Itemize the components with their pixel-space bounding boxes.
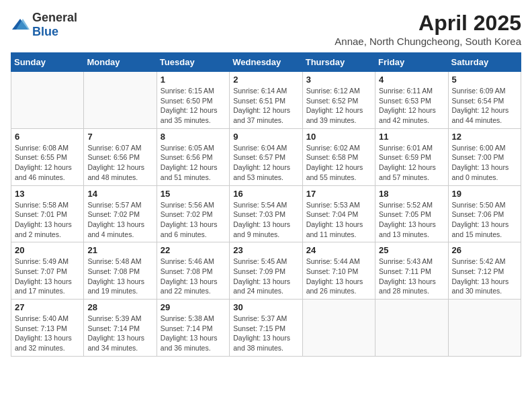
- day-info: Sunrise: 5:54 AMSunset: 7:03 PMDaylight:…: [233, 200, 298, 240]
- calendar-cell: 22Sunrise: 5:46 AMSunset: 7:08 PMDayligh…: [157, 242, 229, 300]
- day-number: 19: [452, 189, 517, 199]
- weekday-header-row: SundayMondayTuesdayWednesdayThursdayFrid…: [11, 53, 521, 72]
- calendar-cell: 5Sunrise: 6:09 AMSunset: 6:54 PMDaylight…: [448, 72, 521, 129]
- day-info: Sunrise: 5:58 AMSunset: 7:01 PMDaylight:…: [15, 200, 80, 240]
- calendar-week-row: 6Sunrise: 6:08 AMSunset: 6:55 PMDaylight…: [11, 128, 521, 185]
- day-number: 5: [452, 75, 517, 85]
- calendar-cell: 2Sunrise: 6:14 AMSunset: 6:51 PMDaylight…: [230, 72, 302, 129]
- calendar-cell: [84, 72, 157, 129]
- weekday-header-thursday: Thursday: [302, 53, 375, 72]
- day-info: Sunrise: 5:39 AMSunset: 7:14 PMDaylight:…: [87, 314, 152, 353]
- day-info: Sunrise: 5:49 AMSunset: 7:07 PMDaylight:…: [15, 257, 80, 296]
- day-number: 9: [233, 132, 298, 142]
- calendar-cell: 24Sunrise: 5:44 AMSunset: 7:10 PMDayligh…: [302, 242, 375, 300]
- weekday-header-monday: Monday: [84, 53, 157, 72]
- weekday-header-saturday: Saturday: [448, 53, 521, 72]
- day-number: 20: [15, 245, 80, 255]
- day-number: 25: [379, 245, 444, 255]
- day-info: Sunrise: 5:53 AMSunset: 7:04 PMDaylight:…: [306, 200, 371, 240]
- calendar-cell: 20Sunrise: 5:49 AMSunset: 7:07 PMDayligh…: [11, 242, 84, 300]
- logo-text: General Blue: [32, 11, 77, 39]
- day-info: Sunrise: 5:44 AMSunset: 7:10 PMDaylight:…: [306, 257, 371, 296]
- weekday-header-wednesday: Wednesday: [230, 53, 302, 72]
- day-info: Sunrise: 6:01 AMSunset: 6:59 PMDaylight:…: [379, 143, 444, 183]
- calendar-cell: 27Sunrise: 5:40 AMSunset: 7:13 PMDayligh…: [11, 300, 84, 357]
- day-number: 12: [452, 132, 517, 142]
- calendar-cell: 28Sunrise: 5:39 AMSunset: 7:14 PMDayligh…: [84, 300, 157, 357]
- weekday-header-sunday: Sunday: [11, 53, 84, 72]
- day-info: Sunrise: 5:40 AMSunset: 7:13 PMDaylight:…: [15, 314, 80, 353]
- day-info: Sunrise: 6:05 AMSunset: 6:56 PMDaylight:…: [161, 143, 226, 183]
- calendar-week-row: 1Sunrise: 6:15 AMSunset: 6:50 PMDaylight…: [11, 72, 521, 129]
- day-number: 2: [233, 75, 298, 85]
- calendar-cell: 26Sunrise: 5:42 AMSunset: 7:12 PMDayligh…: [448, 242, 521, 300]
- calendar-cell: 13Sunrise: 5:58 AMSunset: 7:01 PMDayligh…: [11, 185, 84, 242]
- calendar-cell: 4Sunrise: 6:11 AMSunset: 6:53 PMDaylight…: [375, 72, 448, 129]
- calendar-cell: 10Sunrise: 6:02 AMSunset: 6:58 PMDayligh…: [302, 128, 375, 185]
- calendar-cell: 21Sunrise: 5:48 AMSunset: 7:08 PMDayligh…: [84, 242, 157, 300]
- day-info: Sunrise: 6:12 AMSunset: 6:52 PMDaylight:…: [306, 86, 371, 126]
- calendar-cell: 18Sunrise: 5:52 AMSunset: 7:05 PMDayligh…: [375, 185, 448, 242]
- day-number: 4: [379, 75, 444, 85]
- calendar-cell: 1Sunrise: 6:15 AMSunset: 6:50 PMDaylight…: [157, 72, 229, 129]
- page-header: General Blue April 2025 Annae, North Chu…: [11, 11, 521, 47]
- day-number: 16: [233, 189, 298, 199]
- calendar-cell: 30Sunrise: 5:37 AMSunset: 7:15 PMDayligh…: [230, 300, 302, 357]
- calendar-cell: 15Sunrise: 5:56 AMSunset: 7:02 PMDayligh…: [157, 185, 229, 242]
- day-number: 6: [15, 132, 80, 142]
- calendar-week-row: 27Sunrise: 5:40 AMSunset: 7:13 PMDayligh…: [11, 300, 521, 357]
- calendar-cell: 25Sunrise: 5:43 AMSunset: 7:11 PMDayligh…: [375, 242, 448, 300]
- day-info: Sunrise: 5:42 AMSunset: 7:12 PMDaylight:…: [452, 257, 517, 296]
- calendar-cell: 14Sunrise: 5:57 AMSunset: 7:02 PMDayligh…: [84, 185, 157, 242]
- day-number: 11: [379, 132, 444, 142]
- day-info: Sunrise: 6:04 AMSunset: 6:57 PMDaylight:…: [233, 143, 298, 183]
- day-number: 3: [306, 75, 371, 85]
- day-info: Sunrise: 6:09 AMSunset: 6:54 PMDaylight:…: [452, 86, 517, 126]
- day-info: Sunrise: 5:48 AMSunset: 7:08 PMDaylight:…: [87, 257, 152, 296]
- day-info: Sunrise: 5:43 AMSunset: 7:11 PMDaylight:…: [379, 257, 444, 296]
- day-number: 26: [452, 245, 517, 255]
- logo-general: General: [32, 11, 77, 24]
- day-number: 7: [87, 132, 152, 142]
- calendar-cell: [302, 300, 375, 357]
- calendar-cell: [448, 300, 521, 357]
- title-block: April 2025 Annae, North Chungcheong, Sou…: [335, 11, 521, 47]
- day-info: Sunrise: 6:08 AMSunset: 6:55 PMDaylight:…: [15, 143, 80, 183]
- day-info: Sunrise: 6:02 AMSunset: 6:58 PMDaylight:…: [306, 143, 371, 183]
- calendar-week-row: 20Sunrise: 5:49 AMSunset: 7:07 PMDayligh…: [11, 242, 521, 300]
- day-number: 15: [161, 189, 226, 199]
- day-number: 14: [87, 189, 152, 199]
- calendar-cell: [375, 300, 448, 357]
- day-info: Sunrise: 5:45 AMSunset: 7:09 PMDaylight:…: [233, 257, 298, 296]
- weekday-header-tuesday: Tuesday: [157, 53, 229, 72]
- day-info: Sunrise: 6:15 AMSunset: 6:50 PMDaylight:…: [161, 86, 226, 126]
- calendar-location: Annae, North Chungcheong, South Korea: [335, 36, 521, 47]
- calendar-cell: 19Sunrise: 5:50 AMSunset: 7:06 PMDayligh…: [448, 185, 521, 242]
- day-number: 8: [161, 132, 226, 142]
- calendar-cell: 17Sunrise: 5:53 AMSunset: 7:04 PMDayligh…: [302, 185, 375, 242]
- day-number: 29: [161, 302, 226, 312]
- day-info: Sunrise: 6:00 AMSunset: 7:00 PMDaylight:…: [452, 143, 517, 183]
- day-number: 17: [306, 189, 371, 199]
- day-number: 18: [379, 189, 444, 199]
- day-info: Sunrise: 5:38 AMSunset: 7:14 PMDaylight:…: [161, 314, 226, 353]
- day-number: 24: [306, 245, 371, 255]
- calendar-cell: 29Sunrise: 5:38 AMSunset: 7:14 PMDayligh…: [157, 300, 229, 357]
- day-info: Sunrise: 5:46 AMSunset: 7:08 PMDaylight:…: [161, 257, 226, 296]
- calendar-cell: 16Sunrise: 5:54 AMSunset: 7:03 PMDayligh…: [230, 185, 302, 242]
- day-number: 13: [15, 189, 80, 199]
- logo: General Blue: [11, 11, 77, 39]
- calendar-table: SundayMondayTuesdayWednesdayThursdayFrid…: [11, 52, 521, 357]
- logo-icon: [11, 17, 30, 32]
- day-info: Sunrise: 6:14 AMSunset: 6:51 PMDaylight:…: [233, 86, 298, 126]
- day-info: Sunrise: 5:37 AMSunset: 7:15 PMDaylight:…: [233, 314, 298, 353]
- logo-blue: Blue: [32, 25, 58, 38]
- calendar-cell: 6Sunrise: 6:08 AMSunset: 6:55 PMDaylight…: [11, 128, 84, 185]
- day-info: Sunrise: 5:57 AMSunset: 7:02 PMDaylight:…: [87, 200, 152, 240]
- day-number: 28: [87, 302, 152, 312]
- calendar-cell: 12Sunrise: 6:00 AMSunset: 7:00 PMDayligh…: [448, 128, 521, 185]
- day-info: Sunrise: 6:07 AMSunset: 6:56 PMDaylight:…: [87, 143, 152, 183]
- day-info: Sunrise: 5:52 AMSunset: 7:05 PMDaylight:…: [379, 200, 444, 240]
- calendar-cell: 9Sunrise: 6:04 AMSunset: 6:57 PMDaylight…: [230, 128, 302, 185]
- calendar-week-row: 13Sunrise: 5:58 AMSunset: 7:01 PMDayligh…: [11, 185, 521, 242]
